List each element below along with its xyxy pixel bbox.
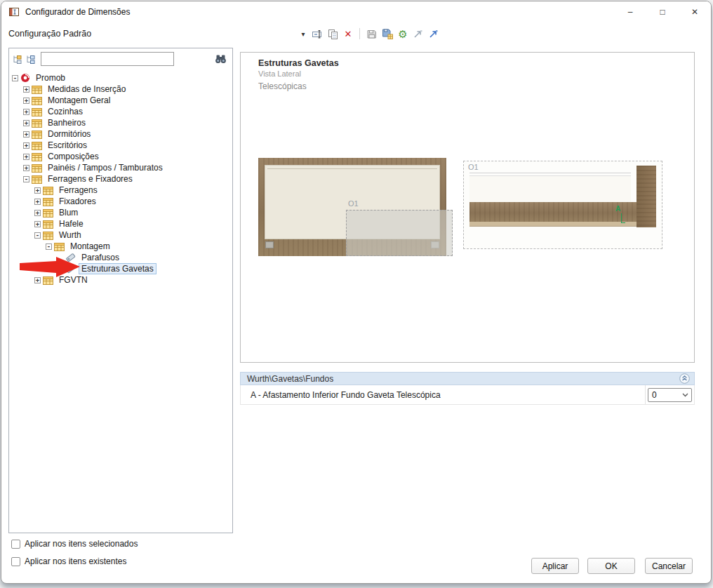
expand-toggle-icon[interactable]: +	[34, 277, 41, 283]
drawer-back-panel	[469, 176, 631, 202]
preview-panel: Estruturas Gavetas Vista Lateral Telescó…	[240, 52, 695, 363]
expand-toggle-icon[interactable]: +	[23, 165, 29, 171]
expand-toggle-icon[interactable]: +	[23, 142, 29, 149]
folder-icon	[43, 231, 53, 240]
tree-item-label: Montagem	[67, 241, 113, 252]
folder-icon	[43, 220, 53, 229]
value-dropdown-text: 0	[652, 390, 657, 400]
selection-overlay[interactable]	[346, 210, 453, 256]
folder-icon	[43, 276, 53, 285]
tree-item-label: Ferragens e Fixadores	[45, 173, 135, 185]
apply-existing-items-checkbox-row[interactable]: Aplicar nos itens existentes	[11, 556, 126, 566]
tree-item[interactable]: +Montagem Geral	[9, 95, 232, 106]
export-link-icon[interactable]	[428, 27, 439, 40]
drawer-rail-line	[267, 168, 437, 169]
tree-item[interactable]: -Wurth	[9, 229, 232, 241]
apply-existing-items-checkbox[interactable]	[11, 557, 20, 566]
expand-toggle-icon[interactable]: +	[23, 98, 29, 104]
folder-icon	[32, 85, 42, 94]
tree-item[interactable]: +FGVTN	[9, 274, 232, 286]
collapse-toggle-icon[interactable]: -	[34, 232, 41, 239]
tree-item[interactable]: +Escritórios	[9, 140, 232, 151]
expand-toggle-icon[interactable]: +	[23, 131, 29, 138]
tree-view-mode-icon[interactable]	[12, 54, 23, 65]
tree-item[interactable]: -Montagem	[9, 241, 232, 252]
rename-preset-icon[interactable]	[312, 27, 323, 40]
folder-icon	[32, 163, 42, 173]
tag-icon	[65, 253, 76, 262]
tree-item-label: Hafele	[56, 218, 86, 229]
toolbar-row: Configuração Padrão ▾ ✕ ⚙	[1, 22, 711, 45]
folder-icon	[32, 130, 42, 139]
expand-toggle-icon[interactable]: +	[34, 210, 41, 216]
apply-selected-items-checkbox[interactable]	[11, 540, 20, 549]
expand-toggle-icon[interactable]: +	[34, 199, 41, 205]
minimize-button[interactable]: –	[614, 1, 646, 22]
copy-preset-icon[interactable]	[328, 27, 338, 40]
tree-item-label: Fixadores	[56, 196, 99, 207]
tree-sort-icon[interactable]	[25, 54, 36, 65]
expand-toggle-icon[interactable]: +	[34, 187, 41, 194]
search-binoculars-icon[interactable]	[215, 54, 227, 64]
tag-icon	[65, 264, 76, 274]
window-title: Configurador de Dimensões	[25, 7, 130, 17]
collapse-toggle-icon[interactable]: -	[23, 176, 29, 182]
dimension-a-marker	[621, 213, 625, 223]
save-icon[interactable]	[366, 27, 377, 40]
delete-preset-icon[interactable]: ✕	[343, 27, 353, 40]
expand-toggle-icon[interactable]: +	[23, 109, 29, 115]
tree-item[interactable]: +Fixadores	[9, 196, 232, 207]
folder-icon	[32, 141, 42, 150]
tree: -Promob+Medidas de Inserção+Montagem Ger…	[9, 72, 232, 533]
tree-item-label: Escritórios	[45, 140, 90, 151]
tree-item[interactable]: +Blum	[9, 207, 232, 218]
tree-item[interactable]: +Hafele	[9, 218, 232, 229]
maximize-button[interactable]: □	[646, 1, 679, 22]
tree-item[interactable]: +Painéis / Tampos / Tamburatos	[9, 162, 232, 173]
apply-selected-items-label: Aplicar nos itens selecionados	[25, 539, 138, 549]
tree-item[interactable]: +Medidas de Inserção	[9, 83, 232, 95]
apply-selected-items-checkbox-row[interactable]: Aplicar nos itens selecionados	[11, 539, 138, 549]
tree-item[interactable]: +Cozinhas	[9, 106, 232, 117]
apply-config-gear-icon[interactable]: ⚙	[398, 27, 408, 40]
tree-item-label: Medidas de Inserção	[45, 83, 128, 95]
tree-item[interactable]: -Ferragens e Fixadores	[9, 173, 232, 185]
collapse-toggle-icon[interactable]: -	[12, 75, 18, 81]
expand-toggle-icon[interactable]: +	[34, 221, 41, 227]
save-config-icon[interactable]	[382, 27, 393, 40]
tree-item[interactable]: Estruturas Gavetas	[9, 263, 232, 274]
tree-item[interactable]: Parafusos	[9, 252, 232, 263]
tree-item-label: Estruturas Gavetas	[79, 263, 156, 274]
tree-item-label: Parafusos	[79, 252, 122, 263]
property-label: A - Afastamento Inferior Fundo Gaveta Te…	[241, 390, 645, 400]
tree-search-input[interactable]	[41, 52, 174, 66]
main-toolbar: ▾ ✕ ⚙	[300, 22, 439, 45]
import-link-icon[interactable]	[413, 27, 423, 40]
drawer-bottom-detail-image[interactable]: O1 A	[463, 161, 662, 249]
cancel-button[interactable]: Cancelar	[645, 558, 693, 574]
expand-toggle-icon[interactable]: +	[23, 86, 29, 93]
close-button[interactable]: ✕	[679, 1, 711, 22]
ok-button[interactable]: OK	[587, 558, 635, 574]
promob-icon	[20, 73, 30, 83]
collapse-toggle-icon[interactable]: -	[46, 243, 52, 250]
tree-item[interactable]: -Promob	[9, 72, 232, 83]
folder-icon	[32, 96, 42, 105]
tree-item[interactable]: +Composições	[9, 151, 232, 162]
apply-button[interactable]: Aplicar	[531, 558, 579, 574]
collapse-group-button[interactable]	[679, 373, 690, 384]
tree-item-label: Blum	[56, 207, 81, 218]
preset-dropdown-icon[interactable]: ▾	[300, 27, 307, 40]
expand-toggle-icon[interactable]: +	[23, 120, 29, 126]
tree-item[interactable]: +Dormitórios	[9, 128, 232, 140]
property-group-header[interactable]: Wurth\Gavetas\Fundos	[240, 372, 695, 385]
expand-toggle-icon[interactable]: +	[23, 154, 29, 160]
folder-icon	[32, 175, 42, 184]
folder-icon	[43, 186, 53, 195]
tree-item[interactable]: +Ferragens	[9, 185, 232, 196]
property-group-title: Wurth\Gavetas\Fundos	[247, 374, 333, 384]
value-dropdown[interactable]: 0	[648, 388, 692, 402]
tree-item-label: Cozinhas	[45, 106, 86, 117]
tree-item[interactable]: +Banheiros	[9, 117, 232, 128]
folder-icon	[54, 242, 65, 251]
